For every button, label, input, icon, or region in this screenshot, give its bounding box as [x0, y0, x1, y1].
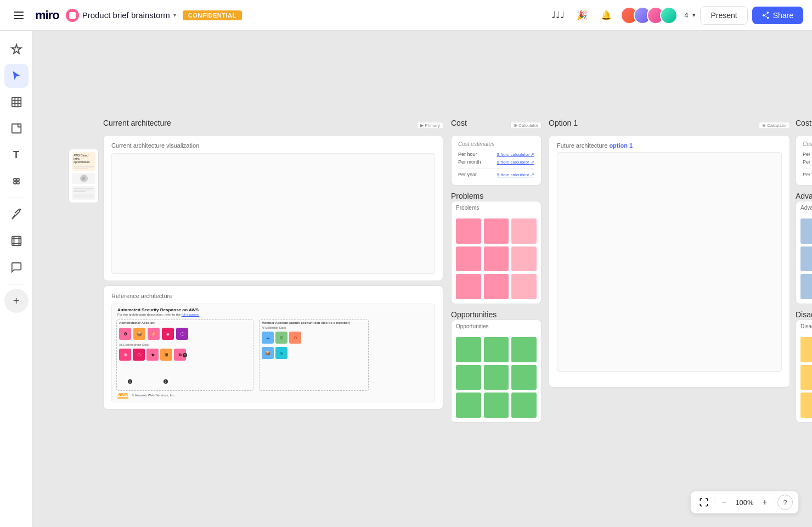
- reactions-icon-button[interactable]: 🎉: [572, 5, 592, 25]
- svg-point-6: [13, 178, 16, 181]
- sidebar-item-pen[interactable]: [4, 203, 29, 227]
- cost-card[interactable]: Cost estimates Per hour $ from calculato…: [451, 135, 542, 186]
- ref-arch-card[interactable]: Reference architecture Automated Securit…: [103, 285, 443, 410]
- add-icon: +: [13, 295, 20, 307]
- share-button[interactable]: Share: [752, 7, 803, 24]
- apps-icon: [10, 175, 22, 187]
- problems-card[interactable]: Problems: [451, 201, 542, 304]
- cost2-row-hour: Per hour $ from calculator ↗: [803, 152, 812, 157]
- present-button[interactable]: Present: [700, 6, 747, 25]
- option1-header: Option 1 ⊕ Calculator: [549, 119, 790, 132]
- sidebar-item-apps[interactable]: [4, 169, 29, 193]
- sidebar-item-text[interactable]: T: [4, 143, 29, 167]
- timer-icon-button[interactable]: ♩♩♩: [548, 5, 568, 25]
- opp-note-7[interactable]: [456, 393, 481, 418]
- cost-divider: [458, 168, 534, 169]
- option1-card[interactable]: Future architecture option 1: [549, 135, 790, 388]
- cost2-card[interactable]: Cost estimates Per hour $ from calculato…: [796, 135, 812, 186]
- option1-highlight: option 1: [609, 142, 633, 149]
- problem-note-8[interactable]: [484, 274, 509, 299]
- disadv-note-4[interactable]: [800, 365, 812, 390]
- disadvantages-card-header: Disadvantages: [796, 320, 812, 333]
- sidebar-item-select[interactable]: [4, 64, 29, 88]
- sidebar-item-frame[interactable]: [4, 229, 29, 253]
- disadvantages-card[interactable]: Disadvantages: [796, 319, 812, 423]
- opportunities-card[interactable]: Opportunities: [451, 319, 542, 423]
- problem-note-9[interactable]: [511, 274, 537, 299]
- opportunities-sticky-grid: [452, 333, 541, 422]
- cost-section: Cost ⊕ Calculator Cost estimates Per hou…: [451, 119, 542, 428]
- thumbnail-panel: AWS Cloud Infra optimization ⊙: [69, 149, 99, 203]
- thumbnail-item-3[interactable]: [72, 186, 95, 200]
- problem-note-5[interactable]: [484, 246, 509, 272]
- share-icon: [762, 12, 770, 19]
- thumbnail-item-1[interactable]: AWS Cloud Infra optimization: [72, 152, 95, 171]
- opp-note-4[interactable]: [456, 365, 481, 390]
- frame-icon: [10, 235, 22, 247]
- disadv-note-7[interactable]: [800, 393, 812, 418]
- cost-row-hour: Per hour $ from calculator ↗: [458, 152, 534, 157]
- problem-note-4[interactable]: [456, 246, 481, 272]
- fit-to-screen-button[interactable]: [696, 495, 712, 510]
- cost-title: Cost: [451, 119, 467, 127]
- problem-note-1[interactable]: [456, 218, 481, 244]
- option1-title: Option 1: [549, 119, 578, 127]
- notifications-icon-button[interactable]: 🔔: [596, 5, 616, 25]
- disadv-note-1[interactable]: [800, 337, 812, 362]
- current-arch-title: Current architecture: [103, 119, 171, 127]
- sidebar-item-table[interactable]: [4, 90, 29, 114]
- cost-header: Cost ⊕ Calculator: [451, 119, 542, 132]
- cost2-title: Cost: [796, 119, 811, 127]
- collaborators-chevron-icon[interactable]: ▾: [692, 12, 696, 19]
- cost-row-month: Per month $ from calculator ↗: [458, 159, 534, 165]
- opp-note-3[interactable]: [511, 337, 537, 362]
- sidebar-item-comment[interactable]: [4, 255, 29, 279]
- opp-note-8[interactable]: [484, 393, 509, 418]
- problems-sticky-grid: [452, 214, 541, 304]
- opp-note-5[interactable]: [484, 365, 509, 390]
- sidebar-item-sticky-note[interactable]: [4, 116, 29, 141]
- topbar-left: miro Product brief brainstorm ▾ CONFIDEN…: [9, 5, 242, 25]
- zoom-toolbar: − 100% + ?: [690, 491, 799, 514]
- thumbnail-item-2[interactable]: ⊙: [72, 173, 95, 184]
- opp-note-2[interactable]: [484, 337, 509, 362]
- collaborators-avatars[interactable]: [621, 7, 678, 24]
- disadvantages-title: Disadvantages: [796, 310, 812, 319]
- canvas[interactable]: AWS Cloud Infra optimization ⊙ Current a…: [33, 31, 812, 527]
- cost-row-year: Per year $ from calculator ↗: [458, 172, 534, 177]
- opp-note-9[interactable]: [511, 393, 537, 418]
- zoom-divider-1: [714, 497, 714, 508]
- problem-note-3[interactable]: [511, 218, 537, 244]
- miro-logo: miro: [35, 8, 59, 23]
- advantages-card[interactable]: Advantages: [796, 201, 812, 304]
- aws-admin-section: Administrator Account ⚙ 📦 ⚡ ◈ ⬡ A&S Admi…: [116, 319, 253, 391]
- problem-note-6[interactable]: [511, 246, 537, 272]
- cost2-row-month: Per month $ from calculator ↗: [803, 159, 812, 165]
- help-button[interactable]: ?: [777, 495, 793, 510]
- opportunities-title: Opportunities: [451, 310, 497, 319]
- svg-point-7: [16, 178, 19, 181]
- opp-note-1[interactable]: [456, 337, 481, 362]
- problem-note-7[interactable]: [456, 274, 481, 299]
- adv-note-4[interactable]: [800, 246, 812, 272]
- adv-note-1[interactable]: [800, 218, 812, 244]
- sidebar-item-smart[interactable]: [4, 37, 29, 61]
- opp-note-6[interactable]: [511, 365, 537, 390]
- current-architecture-section: Current architecture ▶ Primary Current a…: [103, 119, 443, 410]
- aws-logo: aws © Amazon Web Services, Inc...: [117, 391, 177, 399]
- problem-note-2[interactable]: [484, 218, 509, 244]
- hamburger-menu-button[interactable]: [9, 5, 29, 25]
- sidebar-item-add[interactable]: +: [4, 289, 29, 313]
- board-icon: [66, 9, 79, 22]
- zoom-in-button[interactable]: +: [757, 495, 772, 510]
- opportunities-card-header: Opportunities: [452, 320, 541, 333]
- current-arch-card[interactable]: Current architecture visualization: [103, 135, 443, 281]
- adv-note-7[interactable]: [800, 274, 812, 299]
- zoom-out-button[interactable]: −: [717, 495, 732, 510]
- disadvantages-section: Disadvantages Disadvantages: [796, 310, 812, 423]
- chevron-down-icon: ▾: [173, 12, 176, 18]
- board-title-area[interactable]: Product brief brainstorm ▾: [66, 9, 176, 22]
- board-title: Product brief brainstorm: [82, 10, 170, 20]
- cost2-row-year: Per year $ from calculator ↗: [803, 172, 812, 177]
- zoom-level-display[interactable]: 100%: [733, 498, 756, 507]
